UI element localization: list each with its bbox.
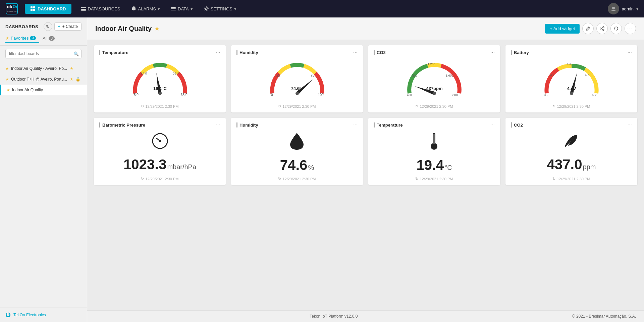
baro-widget: Barometric Pressure ··· 1023.3 mbar/hPa — [94, 118, 226, 185]
svg-rect-6 — [31, 9, 33, 11]
widget-menu-temp2[interactable]: ··· — [490, 122, 495, 128]
svg-text:0: 0 — [271, 93, 273, 97]
svg-point-20 — [600, 28, 601, 29]
baro-value-display: 1023.3 mbar/hPa — [123, 156, 196, 173]
widget-title-co2: CO2 — [377, 50, 386, 55]
svg-point-15 — [205, 8, 207, 10]
temperature-gauge-svg: 5.0 12.5 27.5 35.0 19.4°C — [126, 60, 194, 100]
widget-menu-hum[interactable]: ··· — [353, 49, 358, 55]
svg-point-16 — [612, 7, 615, 9]
user-menu[interactable]: admin ▾ — [608, 3, 639, 14]
widget-header-hum2: Humidity ··· — [236, 122, 358, 128]
water-drop-icon — [289, 132, 305, 154]
widget-menu-co2v[interactable]: ··· — [628, 122, 632, 128]
humidity-value-widget: Humidity ··· 74.6 % — [231, 118, 363, 185]
widget-footer-temp: ↻ 12/29/2021 2:30 PM — [99, 104, 220, 108]
widget-footer-temp2: ↻ 12/29/2021 2:30 PM — [374, 177, 495, 181]
sidebar-header: DASHBOARDS ↻ + + Create — [0, 17, 87, 34]
sidebar-tabs: ★ Favorites 3 All 3 — [0, 34, 87, 46]
svg-line-21 — [601, 28, 603, 28]
svg-text:1,600: 1,600 — [446, 74, 453, 77]
power-icon: ⏻ — [5, 312, 11, 318]
svg-rect-10 — [81, 10, 86, 11]
top-nav: rek On WIRELESS SENSORS TECHNOLOGY DASHB… — [0, 0, 644, 17]
widget-header-baro: Barometric Pressure ··· — [99, 122, 220, 128]
tab-all[interactable]: All 3 — [43, 34, 58, 43]
refresh-icon-5: ↻ — [141, 177, 144, 181]
thermometer-icon — [429, 132, 439, 154]
widget-footer-hum: ↻ 12/29/2021 2:30 PM — [236, 104, 358, 108]
logo-area: rek On WIRELESS SENSORS TECHNOLOGY — [5, 3, 18, 15]
battery-gauge-widget: Battery ··· — [505, 45, 637, 112]
svg-rect-14 — [171, 10, 176, 10]
svg-text:19.4°C: 19.4°C — [153, 86, 167, 91]
co2-gauge-svg: 400 800 1,200 1,600 2,000 437ppm — [401, 60, 468, 100]
co2-value-display: 437.0 ppm — [547, 156, 596, 173]
svg-text:800: 800 — [412, 74, 417, 77]
svg-rect-7 — [33, 9, 35, 11]
sidebar-list: ★ Indoor Air Quality - Aveiro, Po... ★ ★… — [0, 62, 87, 97]
widget-menu-temp[interactable]: ··· — [216, 49, 220, 55]
widget-content-bat: 3.2 3.7 4.2 4.7 5.2 4.4V — [511, 58, 632, 101]
search-input[interactable] — [5, 49, 82, 58]
widget-menu-bat[interactable]: ··· — [628, 49, 632, 55]
widget-title-co2v: CO2 — [514, 123, 523, 128]
temperature-gauge-widget: Temperature ··· — [94, 45, 226, 112]
star-icon-3: ★ — [6, 88, 10, 92]
datasources-nav-btn[interactable]: DATASOURCES — [77, 4, 124, 13]
refresh-small-icon-2: ↻ — [278, 104, 281, 108]
settings-nav-btn[interactable]: SETTINGS ▾ — [200, 4, 240, 13]
battery-gauge-svg: 3.2 3.7 4.2 4.7 5.2 4.4V — [538, 60, 605, 100]
tab-favorites[interactable]: ★ Favorites 3 — [5, 34, 39, 43]
sidebar-item-3[interactable]: ★ Indoor Air Quality — [0, 85, 87, 95]
sidebar-item-1[interactable]: ★ Indoor Air Quality - Aveiro, Po... ★ — [0, 63, 87, 74]
widget-title-baro: Barometric Pressure — [102, 123, 145, 128]
co2-value-widget: CO2 ··· 437.0 ppm — [505, 118, 637, 185]
widget-footer-baro: ↻ 12/29/2021 2:30 PM — [99, 177, 220, 181]
gauge-icon — [151, 132, 169, 154]
widget-title-hum2: Humidity — [239, 123, 258, 128]
widgets-row-1: Temperature ··· — [94, 45, 637, 112]
more-btn[interactable]: ··· — [625, 23, 636, 34]
svg-rect-8 — [81, 7, 86, 8]
page-favorite-icon[interactable]: ★ — [154, 25, 160, 32]
widget-menu-hum2[interactable]: ··· — [353, 122, 358, 128]
svg-rect-11 — [133, 10, 135, 10]
more-icon: ··· — [627, 26, 633, 31]
share-btn[interactable] — [596, 23, 608, 34]
sidebar-create-btn[interactable]: + + Create — [54, 22, 82, 31]
refresh-btn[interactable] — [610, 23, 622, 34]
svg-rect-9 — [81, 9, 86, 10]
svg-point-19 — [603, 29, 604, 31]
dashboard-nav-btn[interactable]: DASHBOARD — [25, 4, 71, 14]
main-layout: DASHBOARDS ↻ + + Create ★ Favorites 3 Al… — [0, 17, 644, 322]
widget-title-temp: Temperature — [102, 50, 128, 55]
svg-text:4.4V: 4.4V — [567, 86, 576, 91]
svg-text:100: 100 — [318, 93, 324, 97]
widget-content-temp: 5.0 12.5 27.5 35.0 19.4°C — [99, 58, 220, 101]
sidebar-refresh-btn[interactable]: ↻ — [44, 22, 52, 31]
svg-text:4.2: 4.2 — [567, 62, 571, 65]
sidebar-item-2[interactable]: ★ Outdoor T+H @ Aveiro, Portu... ★ 🔒 — [0, 74, 87, 85]
svg-text:25: 25 — [276, 74, 280, 77]
add-widget-btn[interactable]: + Add widget — [545, 24, 580, 34]
widget-footer-bat: ↻ 12/29/2021 2:30 PM — [511, 104, 632, 108]
lock-icon: 🔒 — [75, 77, 80, 82]
refresh-small-icon-3: ↻ — [415, 104, 418, 108]
widget-footer-co2: ↻ 12/29/2021 2:30 PM — [374, 104, 495, 108]
page-footer: Tekon IoT Platform v12.0.0 © 2021 - Bres… — [87, 310, 644, 322]
svg-rect-5 — [33, 6, 35, 8]
edit-btn[interactable] — [582, 23, 594, 34]
svg-point-31 — [296, 92, 299, 95]
widget-menu-co2[interactable]: ··· — [490, 49, 495, 55]
humidity-value-display: 74.6 % — [280, 157, 314, 173]
widget-content-hum: 0 25 75 100 74.6% — [236, 58, 358, 101]
svg-point-46 — [570, 92, 573, 95]
svg-text:On: On — [13, 4, 18, 9]
svg-rect-13 — [171, 8, 176, 9]
data-nav-btn[interactable]: DATA ▾ — [167, 4, 197, 13]
widget-menu-baro[interactable]: ··· — [216, 122, 220, 128]
alarms-nav-btn[interactable]: ALARMS ▾ — [127, 4, 164, 13]
svg-text:437ppm: 437ppm — [426, 86, 442, 91]
sidebar-title: DASHBOARDS — [5, 24, 38, 29]
